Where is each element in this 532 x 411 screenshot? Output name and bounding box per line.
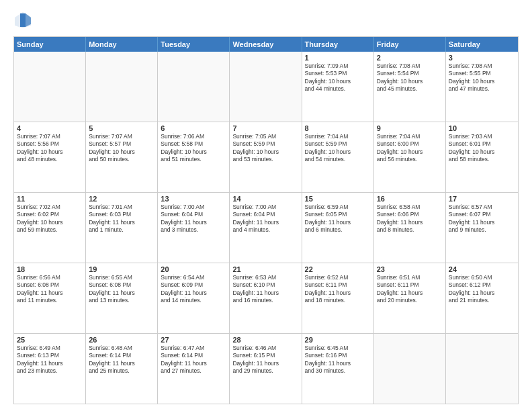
calendar-cell: 9Sunrise: 7:04 AMSunset: 6:00 PMDaylight… (374, 122, 446, 192)
day-info: Sunrise: 7:05 AMSunset: 5:59 PMDaylight:… (232, 133, 298, 164)
calendar-cell: 24Sunrise: 6:50 AMSunset: 6:12 PMDayligh… (446, 263, 518, 333)
day-info: Sunrise: 7:07 AMSunset: 5:57 PMDaylight:… (89, 133, 154, 164)
day-info: Sunrise: 7:04 AMSunset: 6:00 PMDaylight:… (377, 133, 443, 164)
calendar-cell: 19Sunrise: 6:55 AMSunset: 6:08 PMDayligh… (86, 263, 158, 333)
day-info: Sunrise: 7:09 AMSunset: 5:53 PMDaylight:… (305, 62, 371, 93)
calendar-cell: 28Sunrise: 6:46 AMSunset: 6:15 PMDayligh… (230, 334, 302, 404)
calendar-cell: 26Sunrise: 6:48 AMSunset: 6:14 PMDayligh… (86, 334, 158, 404)
day-number: 3 (449, 54, 515, 62)
calendar-cell: 8Sunrise: 7:04 AMSunset: 5:59 PMDaylight… (302, 122, 374, 192)
day-number: 4 (17, 124, 83, 132)
day-number: 20 (161, 265, 226, 273)
day-number: 28 (232, 336, 298, 344)
day-info: Sunrise: 6:45 AMSunset: 6:16 PMDaylight:… (305, 345, 371, 375)
day-number: 18 (17, 265, 83, 273)
day-info: Sunrise: 7:00 AMSunset: 6:04 PMDaylight:… (161, 203, 226, 234)
calendar-cell: 14Sunrise: 7:00 AMSunset: 6:04 PMDayligh… (230, 193, 302, 263)
day-number: 16 (377, 195, 443, 203)
day-info: Sunrise: 6:49 AMSunset: 6:13 PMDaylight:… (17, 345, 83, 375)
calendar-header-cell: Saturday (446, 37, 518, 52)
calendar-cell: 22Sunrise: 6:52 AMSunset: 6:11 PMDayligh… (302, 263, 374, 333)
day-number: 5 (89, 124, 154, 132)
calendar-cell (374, 334, 446, 404)
calendar-cell: 21Sunrise: 6:53 AMSunset: 6:10 PMDayligh… (230, 263, 302, 333)
header (13, 11, 519, 30)
page: SundayMondayTuesdayWednesdayThursdayFrid… (0, 0, 532, 411)
calendar-cell (230, 52, 302, 122)
day-info: Sunrise: 6:57 AMSunset: 6:07 PMDaylight:… (449, 203, 515, 234)
day-number: 7 (232, 124, 298, 132)
calendar-cell: 18Sunrise: 6:56 AMSunset: 6:08 PMDayligh… (14, 263, 86, 333)
calendar-cell: 3Sunrise: 7:08 AMSunset: 5:55 PMDaylight… (446, 52, 518, 122)
day-number: 22 (305, 265, 371, 273)
day-number: 15 (305, 195, 371, 203)
calendar-cell (14, 52, 86, 122)
day-number: 19 (89, 265, 154, 273)
calendar-week-row: 25Sunrise: 6:49 AMSunset: 6:13 PMDayligh… (14, 334, 518, 404)
calendar-header-cell: Thursday (302, 37, 374, 52)
calendar-cell: 16Sunrise: 6:58 AMSunset: 6:06 PMDayligh… (374, 193, 446, 263)
day-info: Sunrise: 7:03 AMSunset: 6:01 PMDaylight:… (449, 133, 515, 164)
day-info: Sunrise: 6:53 AMSunset: 6:10 PMDaylight:… (232, 274, 298, 305)
calendar-header: SundayMondayTuesdayWednesdayThursdayFrid… (14, 37, 518, 52)
logo (13, 11, 35, 30)
day-info: Sunrise: 6:51 AMSunset: 6:11 PMDaylight:… (377, 274, 443, 305)
calendar: SundayMondayTuesdayWednesdayThursdayFrid… (13, 36, 519, 404)
day-number: 21 (232, 265, 298, 273)
calendar-header-cell: Monday (86, 37, 158, 52)
calendar-week-row: 1Sunrise: 7:09 AMSunset: 5:53 PMDaylight… (14, 52, 518, 122)
calendar-cell: 10Sunrise: 7:03 AMSunset: 6:01 PMDayligh… (446, 122, 518, 192)
calendar-cell: 23Sunrise: 6:51 AMSunset: 6:11 PMDayligh… (374, 263, 446, 333)
day-number: 11 (17, 195, 83, 203)
day-number: 8 (305, 124, 371, 132)
day-info: Sunrise: 7:01 AMSunset: 6:03 PMDaylight:… (89, 203, 154, 234)
day-number: 9 (377, 124, 443, 132)
logo-icon (13, 11, 32, 30)
calendar-cell: 6Sunrise: 7:06 AMSunset: 5:58 PMDaylight… (158, 122, 230, 192)
calendar-header-cell: Tuesday (158, 37, 230, 52)
calendar-body: 1Sunrise: 7:09 AMSunset: 5:53 PMDaylight… (14, 52, 518, 404)
day-number: 12 (89, 195, 154, 203)
day-info: Sunrise: 6:46 AMSunset: 6:15 PMDaylight:… (232, 345, 298, 375)
day-info: Sunrise: 7:07 AMSunset: 5:56 PMDaylight:… (17, 133, 83, 164)
calendar-cell (446, 334, 518, 404)
day-number: 13 (161, 195, 226, 203)
calendar-cell: 27Sunrise: 6:47 AMSunset: 6:14 PMDayligh… (158, 334, 230, 404)
calendar-cell: 11Sunrise: 7:02 AMSunset: 6:02 PMDayligh… (14, 193, 86, 263)
calendar-cell: 12Sunrise: 7:01 AMSunset: 6:03 PMDayligh… (86, 193, 158, 263)
calendar-cell: 29Sunrise: 6:45 AMSunset: 6:16 PMDayligh… (302, 334, 374, 404)
day-number: 25 (17, 336, 83, 344)
calendar-cell: 5Sunrise: 7:07 AMSunset: 5:57 PMDaylight… (86, 122, 158, 192)
day-info: Sunrise: 7:00 AMSunset: 6:04 PMDaylight:… (232, 203, 298, 234)
day-info: Sunrise: 6:55 AMSunset: 6:08 PMDaylight:… (89, 274, 154, 305)
day-info: Sunrise: 6:58 AMSunset: 6:06 PMDaylight:… (377, 203, 443, 234)
day-info: Sunrise: 7:08 AMSunset: 5:54 PMDaylight:… (377, 62, 443, 93)
day-info: Sunrise: 7:02 AMSunset: 6:02 PMDaylight:… (17, 203, 83, 234)
day-info: Sunrise: 7:06 AMSunset: 5:58 PMDaylight:… (161, 133, 226, 164)
calendar-cell: 13Sunrise: 7:00 AMSunset: 6:04 PMDayligh… (158, 193, 230, 263)
day-number: 26 (89, 336, 154, 344)
calendar-cell: 17Sunrise: 6:57 AMSunset: 6:07 PMDayligh… (446, 193, 518, 263)
calendar-cell: 7Sunrise: 7:05 AMSunset: 5:59 PMDaylight… (230, 122, 302, 192)
day-info: Sunrise: 6:54 AMSunset: 6:09 PMDaylight:… (161, 274, 226, 305)
calendar-week-row: 4Sunrise: 7:07 AMSunset: 5:56 PMDaylight… (14, 122, 518, 193)
day-number: 1 (305, 54, 371, 62)
calendar-cell: 4Sunrise: 7:07 AMSunset: 5:56 PMDaylight… (14, 122, 86, 192)
svg-marker-2 (20, 13, 26, 27)
day-number: 10 (449, 124, 515, 132)
day-info: Sunrise: 6:52 AMSunset: 6:11 PMDaylight:… (305, 274, 371, 305)
day-number: 23 (377, 265, 443, 273)
calendar-cell: 15Sunrise: 6:59 AMSunset: 6:05 PMDayligh… (302, 193, 374, 263)
calendar-cell: 20Sunrise: 6:54 AMSunset: 6:09 PMDayligh… (158, 263, 230, 333)
calendar-cell (86, 52, 158, 122)
day-info: Sunrise: 6:56 AMSunset: 6:08 PMDaylight:… (17, 274, 83, 305)
calendar-header-cell: Friday (374, 37, 446, 52)
day-info: Sunrise: 6:48 AMSunset: 6:14 PMDaylight:… (89, 345, 154, 375)
day-number: 2 (377, 54, 443, 62)
day-number: 6 (161, 124, 226, 132)
day-info: Sunrise: 7:08 AMSunset: 5:55 PMDaylight:… (449, 62, 515, 93)
day-number: 24 (449, 265, 515, 273)
calendar-header-cell: Wednesday (230, 37, 302, 52)
calendar-header-cell: Sunday (14, 37, 86, 52)
day-number: 14 (232, 195, 298, 203)
